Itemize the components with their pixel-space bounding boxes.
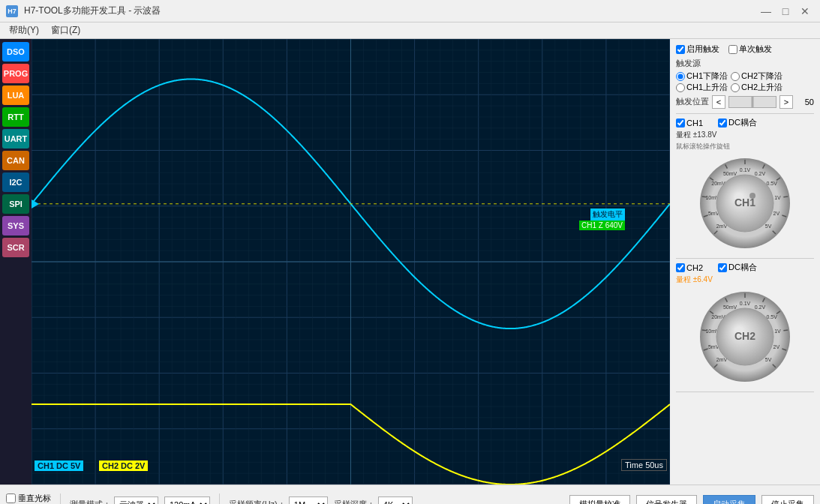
- vert-cursor-checkbox[interactable]: [6, 494, 16, 503]
- measure-mode-select[interactable]: 示波器 频谱 逻辑: [114, 496, 158, 505]
- ch2-checkbox[interactable]: [676, 263, 685, 272]
- ch1-hint: 鼠标滚轮操作旋钮: [676, 142, 814, 152]
- ch2-dial[interactable]: [696, 288, 794, 386]
- sample-rate-label: 采样频率(Hz)：: [229, 499, 286, 504]
- enable-trigger-checkbox[interactable]: [676, 45, 685, 54]
- sidebar-item-prog[interactable]: PROG: [2, 64, 29, 83]
- main-container: DSO PROG LUA RTT UART CAN I2C SPI SYS SC…: [0, 39, 820, 484]
- ch1-rise-radio[interactable]: [676, 83, 685, 92]
- scope-ch2-label: CH2 DC 2V: [99, 460, 148, 471]
- scope-time-label: Time 50us: [621, 459, 667, 471]
- trigger-pos-left-btn[interactable]: <: [712, 95, 725, 109]
- calibrate-button[interactable]: 模拟量校准: [569, 495, 630, 505]
- maximize-button[interactable]: □: [776, 4, 794, 19]
- sidebar-item-scr[interactable]: SCR: [2, 238, 29, 257]
- trigger-pos-value: 50: [796, 98, 814, 106]
- trigger-pos-label: 触发位置: [676, 96, 709, 107]
- ch2-fall-radio[interactable]: [731, 72, 740, 81]
- stop-capture-button[interactable]: 停止采集: [761, 495, 814, 505]
- trigger-arrow: [32, 200, 39, 208]
- single-trigger-checkbox[interactable]: [728, 45, 737, 54]
- trigger-level-label: 触发电平: [590, 208, 625, 220]
- ch2-section: CH2 DC耦合 量程 ±6.4V: [676, 262, 814, 392]
- ch1-rise-label[interactable]: CH1上升沿: [676, 82, 728, 93]
- trigger-pos-slider[interactable]: [728, 96, 776, 108]
- ch2-dc-checkbox[interactable]: [718, 263, 727, 272]
- ch1-section: CH1 DC耦合 量程 ±13.8V 鼠标滚轮操作旋钮: [676, 117, 814, 259]
- sidebar-item-i2c[interactable]: I2C: [2, 172, 29, 192]
- measure-mode-label: 测量模式：: [70, 499, 111, 504]
- ch2-range: 量程 ±6.4V: [676, 274, 814, 285]
- minimize-button[interactable]: —: [757, 4, 775, 19]
- sidebar-item-rtt[interactable]: RTT: [2, 107, 29, 127]
- trigger-section: 启用触发 单次触发 触发源 CH1下降沿 CH2下降沿: [676, 44, 814, 114]
- window-controls: — □ ✕: [757, 4, 814, 19]
- trigger-pos-row: 触发位置 < > 50: [676, 94, 814, 109]
- sample-depth-group: 采样深度： 4K 8K 16K: [334, 496, 413, 505]
- menu-help[interactable]: 帮助(Y): [3, 22, 45, 38]
- current-group: 120mA 500mA: [164, 496, 210, 505]
- scope-area: 触发电平 CH1 Z 640V CH1 DC 5V CH2 DC 2V Time…: [32, 39, 670, 484]
- sample-rate-select[interactable]: 1M 500K 100K: [289, 496, 328, 505]
- ch1-fall-radio[interactable]: [676, 72, 685, 81]
- window-title: H7-TOOL多功能开发工具 - 示波器: [24, 4, 161, 17]
- bottom-toolbar: 垂直光标 水平光标 测量模式： 示波器 频谱 逻辑 120mA 500mA 采样…: [0, 484, 820, 504]
- ch1-checkbox-label[interactable]: CH1: [676, 118, 703, 128]
- ch2-fall-label[interactable]: CH2下降沿: [731, 70, 782, 82]
- signal-gen-button[interactable]: 信号发生器: [636, 495, 697, 505]
- sidebar-item-can[interactable]: CAN: [2, 151, 29, 170]
- scope-ch1-label: CH1 DC 5V: [35, 460, 83, 471]
- menu-bar: 帮助(Y) 窗口(Z): [0, 22, 820, 39]
- divider-1: [60, 494, 61, 505]
- ch1-checkbox[interactable]: [676, 118, 685, 128]
- trigger-source-title: 触发源: [676, 58, 814, 69]
- ch1-dial-container[interactable]: [696, 154, 794, 252]
- ch1-z-label: CH1 Z 640V: [579, 220, 625, 230]
- menu-window[interactable]: 窗口(Z): [45, 22, 86, 38]
- ch1-dc-label[interactable]: DC耦合: [718, 117, 757, 128]
- divider-2: [219, 494, 220, 505]
- sidebar-item-sys[interactable]: SYS: [2, 216, 29, 236]
- ch2-checkbox-label[interactable]: CH2: [676, 263, 703, 272]
- sidebar-item-lua[interactable]: LUA: [2, 86, 29, 105]
- ch1-dial[interactable]: [696, 154, 794, 252]
- ch2-rise-label[interactable]: CH2上升沿: [731, 82, 782, 93]
- single-trigger-label[interactable]: 单次触发: [728, 44, 772, 55]
- sample-rate-group: 采样频率(Hz)： 1M 500K 100K: [229, 496, 328, 505]
- enable-trigger-label[interactable]: 启用触发: [676, 44, 719, 55]
- right-panel: 启用触发 单次触发 触发源 CH1下降沿 CH2下降沿: [670, 39, 820, 484]
- measure-mode-group: 测量模式： 示波器 频谱 逻辑: [70, 496, 158, 505]
- close-button[interactable]: ✕: [796, 4, 814, 19]
- sidebar-item-uart[interactable]: UART: [2, 129, 29, 148]
- sidebar: DSO PROG LUA RTT UART CAN I2C SPI SYS SC…: [0, 39, 32, 484]
- app-icon: H7: [6, 5, 18, 17]
- ch1-dc-checkbox[interactable]: [718, 118, 727, 128]
- trigger-pos-right-btn[interactable]: >: [779, 95, 793, 109]
- ch2-dial-container[interactable]: [696, 288, 794, 386]
- ch1-fall-label[interactable]: CH1下降沿: [676, 70, 728, 82]
- ch1-range: 量程 ±13.8V: [676, 130, 814, 140]
- ch2-rise-radio[interactable]: [731, 83, 740, 92]
- cursor-checkboxes: 垂直光标 水平光标: [6, 493, 51, 505]
- sample-depth-select[interactable]: 4K 8K 16K: [378, 496, 413, 505]
- vert-cursor-label[interactable]: 垂直光标: [6, 493, 51, 504]
- sample-depth-label: 采样深度：: [334, 499, 375, 504]
- ch2-dc-label[interactable]: DC耦合: [718, 262, 757, 273]
- sidebar-item-dso[interactable]: DSO: [2, 42, 29, 62]
- current-select[interactable]: 120mA 500mA: [164, 496, 210, 505]
- start-capture-button[interactable]: 启动采集: [703, 495, 755, 505]
- title-bar: H7 H7-TOOL多功能开发工具 - 示波器 — □ ✕: [0, 0, 820, 22]
- sidebar-item-spi[interactable]: SPI: [2, 194, 29, 214]
- scope-canvas: [32, 39, 670, 484]
